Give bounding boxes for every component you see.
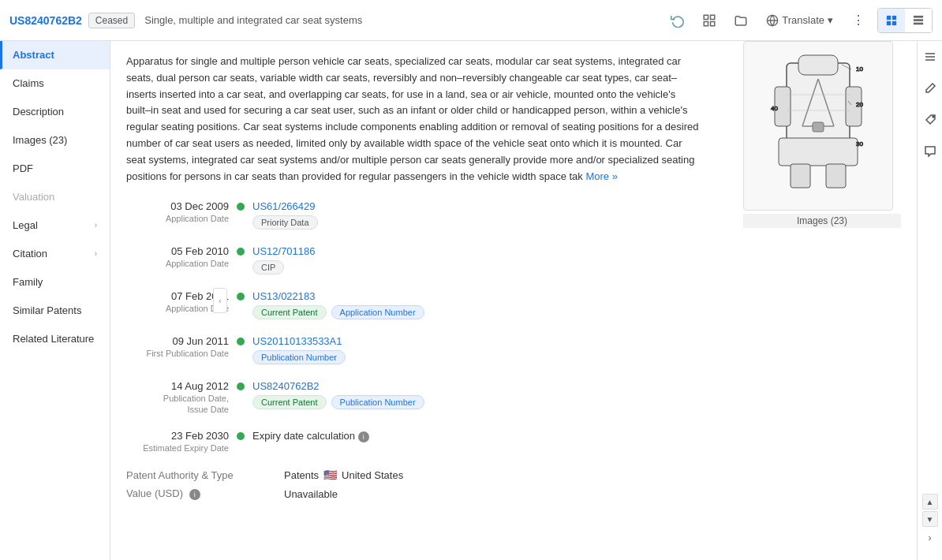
sidebar-item-description[interactable]: Description bbox=[0, 98, 110, 126]
status-badge: Ceased bbox=[88, 13, 135, 28]
expiry-info-icon[interactable]: i bbox=[358, 431, 369, 442]
svg-text:10: 10 bbox=[856, 65, 863, 73]
patent-link-us8240[interactable]: US8240762B2 bbox=[252, 380, 901, 392]
sidebar-item-similar-patents[interactable]: Similar Patents bbox=[0, 297, 110, 325]
svg-rect-2 bbox=[705, 21, 708, 25]
timeline-date-col: 23 Feb 2030 Estimated Expiry Date bbox=[126, 430, 229, 453]
refresh-button[interactable] bbox=[665, 8, 690, 33]
value-info-icon[interactable]: i bbox=[189, 489, 200, 500]
timeline-date: 14 Aug 2012 bbox=[126, 380, 229, 392]
sidebar-edit-icon[interactable] bbox=[921, 79, 940, 98]
sidebar-item-legal[interactable]: Legal › bbox=[0, 211, 110, 240]
svg-text:30: 30 bbox=[856, 140, 863, 147]
tag-publication-number-1: Publication Number bbox=[252, 350, 346, 364]
svg-rect-7 bbox=[887, 21, 891, 24]
timeline-dot-col bbox=[229, 245, 252, 256]
authority-row: Patent Authority & Type Patents 🇺🇸 Unite… bbox=[126, 469, 901, 481]
tags: Current Patent Publication Number bbox=[252, 395, 901, 409]
legal-chevron: › bbox=[95, 221, 97, 230]
svg-rect-10 bbox=[914, 19, 923, 21]
patent-link-us12[interactable]: US12/701186 bbox=[252, 245, 901, 257]
sidebar-item-related-literature[interactable]: Related Literature bbox=[0, 325, 110, 353]
sidebar-item-valuation: Valuation bbox=[0, 183, 110, 211]
view-toggle bbox=[877, 8, 933, 33]
svg-text:40: 40 bbox=[771, 105, 778, 112]
timeline-date-col: 14 Aug 2012 Publication Date, Issue Date bbox=[126, 380, 229, 414]
sidebar-item-family[interactable]: Family bbox=[0, 268, 110, 297]
svg-rect-14 bbox=[779, 138, 858, 166]
tags: CIP bbox=[252, 260, 901, 274]
timeline-date-col: 09 Jun 2011 First Publication Date bbox=[126, 335, 229, 358]
scroll-down-button[interactable]: ▼ bbox=[922, 511, 938, 527]
tag-priority-data: Priority Data bbox=[252, 215, 318, 230]
collapse-sidebar-button[interactable]: ‹ bbox=[213, 288, 227, 313]
patent-id[interactable]: US8240762B2 bbox=[9, 14, 82, 27]
country-flag: 🇺🇸 bbox=[323, 469, 337, 481]
svg-rect-13 bbox=[798, 55, 838, 75]
translate-label: Translate bbox=[782, 14, 824, 26]
collapse-right-button[interactable]: › bbox=[921, 528, 940, 547]
svg-rect-11 bbox=[914, 22, 923, 24]
timeline-dot bbox=[237, 248, 245, 256]
authority-text: Patents bbox=[284, 469, 319, 481]
patent-link-us2011[interactable]: US20110133533A1 bbox=[252, 335, 901, 347]
svg-point-34 bbox=[933, 116, 934, 118]
timeline-date: 09 Jun 2011 bbox=[126, 335, 229, 347]
timeline-label: Estimated Expiry Date bbox=[126, 443, 229, 453]
timeline-date-col: 03 Dec 2009 Application Date bbox=[126, 200, 229, 223]
value-label: Value (USD) i bbox=[126, 487, 284, 500]
timeline-row: 07 Feb 2011 Application Date US13/022183… bbox=[126, 290, 901, 319]
timeline-dot-col bbox=[229, 200, 252, 211]
authority-label: Patent Authority & Type bbox=[126, 469, 284, 481]
sidebar-item-claims[interactable]: Claims bbox=[0, 69, 110, 98]
sidebar-item-citation[interactable]: Citation › bbox=[0, 240, 110, 268]
timeline-dot bbox=[237, 338, 245, 345]
tags: Priority Data bbox=[252, 215, 901, 230]
more-link[interactable]: More » bbox=[585, 170, 617, 182]
patent-image[interactable]: 10 20 30 40 bbox=[743, 41, 893, 211]
timeline-row: 23 Feb 2030 Estimated Expiry Date Expiry… bbox=[126, 430, 901, 453]
timeline-dot bbox=[237, 432, 245, 440]
svg-rect-8 bbox=[892, 21, 896, 24]
more-button[interactable]: ⋮ bbox=[846, 8, 871, 33]
translate-button[interactable]: Translate ▾ bbox=[760, 11, 839, 30]
sidebar-tag-icon[interactable] bbox=[921, 110, 940, 129]
citation-chevron: › bbox=[95, 249, 97, 258]
sidebar-item-images[interactable]: Images (23) bbox=[0, 126, 110, 155]
main-content: Apparatus for single and multiple person… bbox=[110, 41, 917, 560]
folder-button[interactable] bbox=[728, 8, 753, 33]
tag-current-patent-2: Current Patent bbox=[252, 395, 327, 409]
value-text: Unavailable bbox=[284, 488, 338, 500]
sidebar: Abstract Claims Description Images (23) … bbox=[0, 41, 110, 560]
sidebar-item-abstract[interactable]: Abstract bbox=[0, 41, 110, 69]
timeline-date: 05 Feb 2010 bbox=[126, 245, 229, 257]
tags: Current Patent Application Number bbox=[252, 305, 901, 319]
sidebar-item-pdf[interactable]: PDF bbox=[0, 155, 110, 183]
tags: Publication Number bbox=[252, 350, 901, 364]
timeline-label: Application Date bbox=[126, 259, 229, 268]
header-actions: Translate ▾ ⋮ bbox=[665, 8, 933, 33]
grid-button[interactable] bbox=[697, 8, 722, 33]
timeline-row: 09 Jun 2011 First Publication Date US201… bbox=[126, 335, 901, 364]
patent-link-us61[interactable]: US61/266429 bbox=[252, 200, 901, 212]
patent-link-us13[interactable]: US13/022183 bbox=[252, 290, 901, 302]
sidebar-chat-icon[interactable] bbox=[921, 142, 940, 161]
timeline-label-2: Issue Date bbox=[126, 405, 229, 414]
svg-rect-5 bbox=[887, 15, 891, 19]
tag-application-number: Application Number bbox=[331, 305, 424, 319]
list-view-button[interactable] bbox=[905, 9, 932, 32]
svg-rect-22 bbox=[826, 164, 846, 188]
tag-publication-number-2: Publication Number bbox=[331, 395, 424, 409]
timeline-dot bbox=[237, 293, 245, 301]
sidebar-list-icon[interactable] bbox=[921, 47, 940, 66]
timeline-date: 03 Dec 2009 bbox=[126, 200, 229, 212]
scroll-up-button[interactable]: ▲ bbox=[922, 494, 938, 510]
timeline-content: US20110133533A1 Publication Number bbox=[252, 335, 901, 364]
grid-view-button[interactable] bbox=[878, 9, 905, 32]
timeline-dot-col bbox=[229, 430, 252, 440]
expiry-label: Expiry date calculation bbox=[252, 430, 355, 442]
translate-chevron: ▾ bbox=[828, 14, 833, 26]
svg-rect-6 bbox=[892, 15, 896, 19]
abstract-text: Apparatus for single and multiple person… bbox=[126, 54, 702, 185]
timeline-content: US61/266429 Priority Data bbox=[252, 200, 901, 230]
